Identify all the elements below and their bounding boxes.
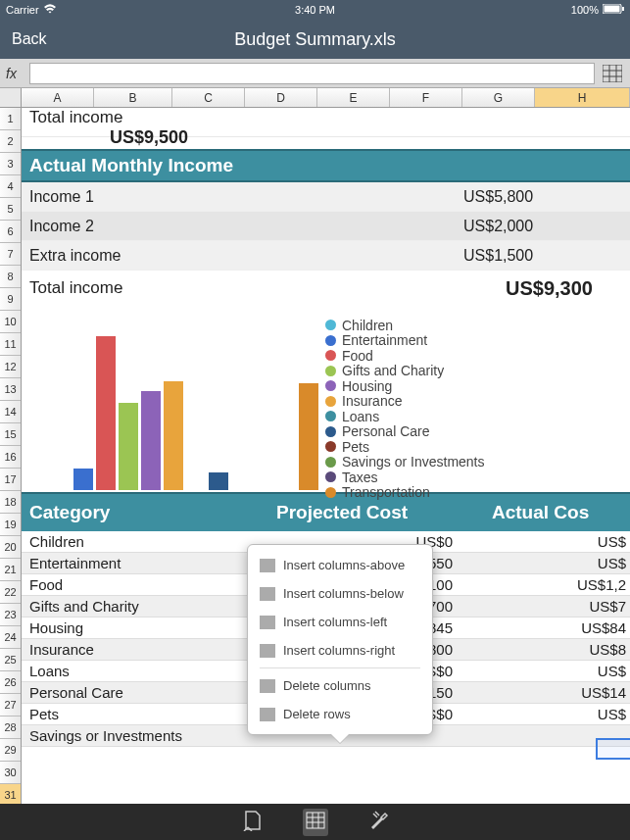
row-header-20[interactable]: 20	[0, 536, 21, 559]
row-header-3[interactable]: 3	[0, 153, 21, 175]
menu-item[interactable]: Delete rows	[248, 700, 432, 728]
row-header-2[interactable]: 2	[0, 130, 21, 153]
bar	[119, 403, 138, 490]
legend-item: Children	[325, 318, 630, 333]
col-header-C[interactable]: C	[172, 88, 245, 107]
row-header-30[interactable]: 30	[0, 762, 21, 784]
cell: US$	[492, 706, 630, 722]
row-header-26[interactable]: 26	[0, 671, 21, 694]
cell: US$8	[492, 641, 630, 658]
row-header-22[interactable]: 22	[0, 581, 21, 604]
table-icon[interactable]	[601, 63, 624, 84]
legend-dot-icon	[325, 457, 336, 468]
row-headers[interactable]: 1234567891011121314151617181920212223242…	[0, 108, 22, 804]
cell: Gifts and Charity	[22, 598, 276, 615]
chart-bars	[22, 314, 325, 490]
cell: Pets	[22, 706, 276, 722]
col-header-E[interactable]: E	[317, 88, 390, 107]
income-row[interactable]: Income 2US$2,000	[22, 212, 630, 241]
legend-label: Savings or Investments	[342, 454, 485, 469]
col-header-D[interactable]: D	[245, 88, 317, 107]
select-all-corner[interactable]	[0, 88, 22, 108]
svg-rect-8	[307, 813, 324, 828]
menu-item[interactable]: Insert columns-above	[248, 551, 432, 579]
row-header-29[interactable]: 29	[0, 739, 21, 762]
row-header-15[interactable]: 15	[0, 423, 21, 446]
cell-label: Extra income	[22, 247, 463, 265]
row-header-25[interactable]: 25	[0, 649, 21, 671]
battery-icon	[603, 4, 624, 16]
row-header-1[interactable]: 1	[0, 108, 21, 130]
legend-item: Housing	[325, 378, 630, 394]
legend-label: Insurance	[342, 393, 402, 409]
header-bar: Back Budget Summary.xls	[0, 20, 630, 59]
bottom-toolbar	[0, 804, 630, 840]
row-header-28[interactable]: 28	[0, 716, 21, 739]
wifi-icon	[43, 4, 57, 16]
row-header-19[interactable]: 19	[0, 514, 21, 536]
bar	[209, 472, 228, 490]
legend-dot-icon	[325, 366, 336, 376]
row-header-13[interactable]: 13	[0, 378, 21, 401]
menu-icon	[260, 644, 275, 658]
row-header-14[interactable]: 14	[0, 401, 21, 423]
row-header-24[interactable]: 24	[0, 626, 21, 649]
row-header-7[interactable]: 7	[0, 243, 21, 266]
col-header-B[interactable]: B	[94, 88, 172, 107]
menu-icon	[260, 559, 275, 572]
table-tool-icon[interactable]	[303, 809, 328, 836]
col-header-H[interactable]: H	[535, 88, 630, 107]
column-projected: Projected Cost	[276, 502, 492, 523]
total-income-top-row[interactable]: Total income US$9,500	[22, 108, 630, 137]
row-header-23[interactable]: 23	[0, 604, 21, 626]
status-bar: Carrier 3:40 PM 100%	[0, 0, 630, 20]
row-header-8[interactable]: 8	[0, 266, 21, 288]
column-headers[interactable]: ABCDEFGH	[22, 88, 630, 108]
col-header-F[interactable]: F	[390, 88, 462, 107]
col-header-A[interactable]: A	[22, 88, 94, 107]
row-header-4[interactable]: 4	[0, 175, 21, 198]
income-row[interactable]: Extra incomeUS$1,500	[22, 241, 630, 271]
row-header-10[interactable]: 10	[0, 311, 21, 333]
menu-item[interactable]: Insert columns-right	[248, 636, 432, 665]
row-header-5[interactable]: 5	[0, 198, 21, 221]
row-header-9[interactable]: 9	[0, 288, 21, 311]
battery-percent: 100%	[571, 4, 599, 16]
tools-icon[interactable]	[367, 810, 389, 835]
total-income-bottom-row[interactable]: Total income US$9,300	[22, 271, 630, 306]
menu-item[interactable]: Insert columns-below	[248, 579, 432, 608]
section-actual-income[interactable]: Actual Monthly Income	[22, 149, 630, 182]
menu-item[interactable]: Insert columns-left	[248, 608, 432, 636]
formula-input[interactable]	[29, 63, 595, 84]
cell: US$	[492, 555, 630, 571]
fx-label: fx	[6, 66, 24, 81]
bar	[164, 381, 183, 490]
menu-item[interactable]: Delete columns	[248, 671, 432, 700]
back-button[interactable]: Back	[12, 30, 47, 48]
document-icon[interactable]	[242, 810, 264, 835]
legend-dot-icon	[325, 320, 336, 330]
svg-rect-2	[622, 7, 624, 11]
row-header-31[interactable]: 31	[0, 784, 21, 804]
cell: Children	[22, 533, 276, 550]
row-header-18[interactable]: 18	[0, 491, 21, 514]
row-header-17[interactable]: 17	[0, 469, 21, 491]
income-row[interactable]: Income 1US$5,800	[22, 182, 630, 212]
row-header-16[interactable]: 16	[0, 446, 21, 469]
menu-separator	[260, 667, 420, 668]
cell-value: US$1,500	[463, 247, 630, 265]
row-header-21[interactable]: 21	[0, 559, 21, 581]
legend-label: Food	[342, 348, 373, 364]
row-header-12[interactable]: 12	[0, 356, 21, 378]
legend-dot-icon	[325, 426, 336, 437]
legend-dot-icon	[325, 411, 336, 421]
cell-value: US$5,800	[463, 188, 630, 206]
legend-label: Taxes	[342, 469, 378, 485]
col-header-G[interactable]: G	[462, 88, 535, 107]
cell: US$7	[492, 598, 630, 615]
legend-dot-icon	[325, 487, 336, 498]
row-header-6[interactable]: 6	[0, 221, 21, 243]
row-header-27[interactable]: 27	[0, 694, 21, 716]
legend-item: Savings or Investments	[325, 455, 630, 470]
row-header-11[interactable]: 11	[0, 333, 21, 356]
